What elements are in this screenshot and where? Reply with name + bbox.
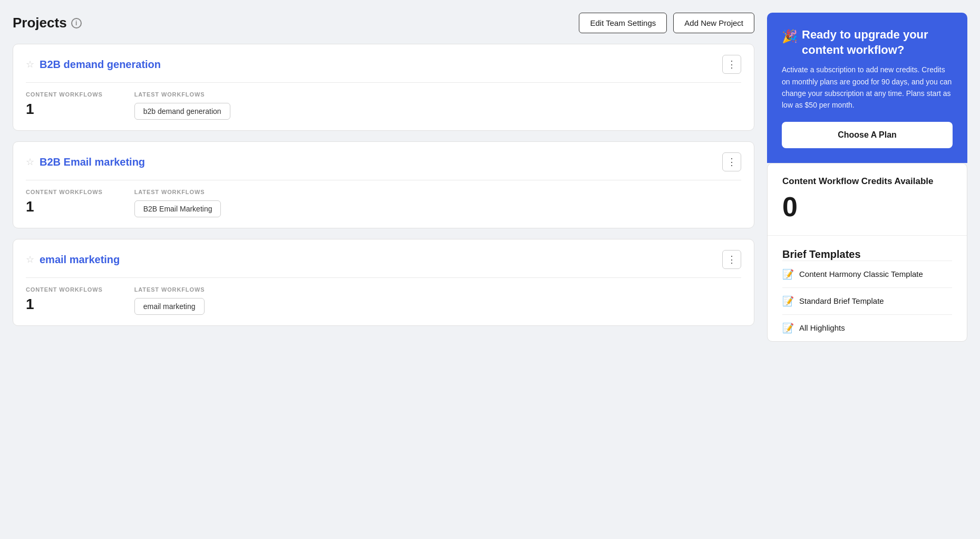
project-name-wrap: ☆ B2B Email marketing	[26, 156, 145, 168]
credits-value: 0	[782, 193, 952, 220]
choose-plan-button[interactable]: Choose A Plan	[782, 122, 953, 148]
templates-list: 📝 Content Harmony Classic Template 📝 Sta…	[782, 261, 952, 341]
latest-workflows-label: LATEST WORKFLOWS	[134, 91, 230, 98]
workflow-tag[interactable]: B2B Email Marketing	[134, 200, 221, 217]
page-title: Projects	[13, 15, 67, 31]
project-card-header: ☆ B2B demand generation ⋮	[13, 44, 754, 82]
project-name-wrap: ☆ B2B demand generation	[26, 59, 161, 71]
star-icon[interactable]: ☆	[26, 59, 34, 70]
latest-workflows-label: LATEST WORKFLOWS	[134, 286, 205, 293]
right-sidebar: 🎉 Ready to upgrade your content workflow…	[767, 13, 967, 342]
main-content: Projects i Edit Team Settings Add New Pr…	[13, 13, 754, 342]
credits-title: Content Workflow Credits Available	[782, 176, 952, 187]
project-name: B2B Email marketing	[40, 156, 145, 168]
project-name: email marketing	[40, 254, 120, 266]
templates-title: Brief Templates	[782, 248, 952, 261]
project-name-wrap: ☆ email marketing	[26, 254, 120, 266]
project-card: ☆ B2B demand generation ⋮ CONTENT WORKFL…	[13, 44, 754, 131]
add-new-project-button[interactable]: Add New Project	[673, 13, 754, 33]
template-name: Content Harmony Classic Template	[799, 270, 923, 278]
content-workflows-label: CONTENT WORKFLOWS	[26, 91, 103, 98]
upgrade-description: Activate a subscription to add new credi…	[782, 64, 953, 111]
title-wrap: Projects i	[13, 15, 82, 31]
workflow-tag[interactable]: b2b demand generation	[134, 103, 230, 120]
template-name: Standard Brief Template	[799, 296, 884, 305]
template-item[interactable]: 📝 Content Harmony Classic Template	[782, 261, 952, 287]
content-workflows-stat: CONTENT WORKFLOWS 1	[26, 91, 103, 120]
project-card-body: CONTENT WORKFLOWS 1 LATEST WORKFLOWS B2B…	[13, 180, 754, 228]
workflow-tag[interactable]: email marketing	[134, 298, 205, 315]
project-card-body: CONTENT WORKFLOWS 1 LATEST WORKFLOWS b2b…	[13, 83, 754, 130]
credits-section: Content Workflow Credits Available 0	[768, 163, 967, 236]
template-emoji: 📝	[782, 322, 794, 334]
project-menu-button[interactable]: ⋮	[722, 152, 741, 171]
credits-templates-card: Content Workflow Credits Available 0 Bri…	[767, 163, 967, 342]
header-buttons: Edit Team Settings Add New Project	[579, 13, 754, 33]
content-workflows-stat: CONTENT WORKFLOWS 1	[26, 286, 103, 315]
edit-team-settings-button[interactable]: Edit Team Settings	[579, 13, 667, 33]
content-workflows-stat: CONTENT WORKFLOWS 1	[26, 189, 103, 217]
content-workflows-label: CONTENT WORKFLOWS	[26, 189, 103, 195]
project-card-header: ☆ email marketing ⋮	[13, 239, 754, 277]
content-workflows-count: 1	[26, 101, 103, 118]
project-menu-button[interactable]: ⋮	[722, 250, 741, 269]
project-card-body: CONTENT WORKFLOWS 1 LATEST WORKFLOWS ema…	[13, 278, 754, 325]
projects-list: ☆ B2B demand generation ⋮ CONTENT WORKFL…	[13, 44, 754, 326]
party-emoji: 🎉	[782, 28, 798, 44]
latest-workflows-label: LATEST WORKFLOWS	[134, 189, 221, 195]
template-item[interactable]: 📝 Standard Brief Template	[782, 287, 952, 314]
page-header: Projects i Edit Team Settings Add New Pr…	[13, 13, 754, 33]
template-emoji: 📝	[782, 295, 794, 307]
content-workflows-count: 1	[26, 296, 103, 313]
latest-workflows-stat: LATEST WORKFLOWS B2B Email Marketing	[134, 189, 221, 217]
template-item[interactable]: 📝 All Highlights	[782, 314, 952, 341]
content-workflows-label: CONTENT WORKFLOWS	[26, 286, 103, 293]
upgrade-title: 🎉 Ready to upgrade your content workflow…	[782, 27, 953, 57]
star-icon[interactable]: ☆	[26, 156, 34, 168]
content-workflows-count: 1	[26, 198, 103, 215]
project-card: ☆ B2B Email marketing ⋮ CONTENT WORKFLOW…	[13, 141, 754, 228]
template-name: All Highlights	[799, 323, 845, 332]
templates-section: Brief Templates 📝 Content Harmony Classi…	[768, 236, 967, 341]
latest-workflows-stat: LATEST WORKFLOWS email marketing	[134, 286, 205, 315]
latest-workflows-stat: LATEST WORKFLOWS b2b demand generation	[134, 91, 230, 120]
project-card: ☆ email marketing ⋮ CONTENT WORKFLOWS 1 …	[13, 239, 754, 326]
template-emoji: 📝	[782, 268, 794, 280]
project-name: B2B demand generation	[40, 59, 161, 71]
project-card-header: ☆ B2B Email marketing ⋮	[13, 142, 754, 180]
upgrade-banner: 🎉 Ready to upgrade your content workflow…	[767, 13, 967, 163]
star-icon[interactable]: ☆	[26, 254, 34, 265]
info-icon[interactable]: i	[71, 18, 82, 28]
upgrade-title-text: Ready to upgrade your content workflow?	[802, 27, 953, 57]
project-menu-button[interactable]: ⋮	[722, 55, 741, 74]
